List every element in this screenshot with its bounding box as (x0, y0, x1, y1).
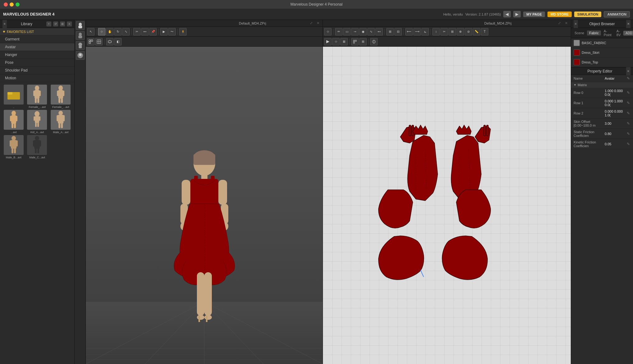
fabric-item-skirt[interactable]: Dress_Skirt (571, 48, 633, 58)
fabric-item-basic[interactable]: BASIC_FABRIC (571, 38, 633, 48)
tool-scale-btn[interactable]: ⤡ (122, 28, 130, 35)
2d-arrange-btn[interactable] (351, 38, 359, 45)
sidebar-item-avatar[interactable]: Avatar (0, 43, 74, 51)
2d-grid-btn[interactable]: ⊞ (359, 38, 367, 45)
2d-tool-pattern-btn[interactable]: ⊘ (465, 28, 472, 35)
list-item[interactable]: Female_...avt (26, 85, 49, 109)
obj-browser-close-btn[interactable]: ✕ (626, 20, 631, 28)
viewport-2d[interactable] (323, 47, 571, 364)
view-mode-btn[interactable] (87, 38, 95, 45)
2d-tool-grading-btn[interactable]: ⊞ (386, 28, 394, 35)
list-item[interactable]: .. (2, 85, 25, 109)
avatar-view-btn-3[interactable] (76, 41, 85, 50)
prop-edit-name-btn[interactable]: ✎ (626, 76, 631, 81)
object-browser-header: ≡ Object Browser ✕ (571, 20, 633, 28)
tool-rotate-btn[interactable]: ↻ (114, 28, 122, 35)
add-fabric-button[interactable]: ADD (623, 31, 633, 35)
nav-next-button[interactable]: ▶ (513, 11, 521, 17)
2d-tool-text-btn[interactable]: T (481, 28, 488, 35)
2d-tool-unfold-btn[interactable]: ⟶ (413, 28, 421, 35)
sidebar-collapse-button[interactable]: ≡ (2, 20, 7, 28)
2d-tool-measure-btn[interactable]: 📏 (473, 28, 480, 35)
simulation-button[interactable]: SIMULATION (574, 12, 602, 17)
2d-tool-segment-btn[interactable]: ⊸ (351, 28, 359, 35)
tab-fabric[interactable]: Fabric (587, 30, 601, 35)
animation-button[interactable]: ANIMATION (604, 11, 630, 17)
tool-avatar-btn[interactable]: 🧍 (179, 28, 187, 35)
grid-btn[interactable] (95, 38, 103, 45)
2d-tool-rect-btn[interactable]: ▭ (343, 28, 351, 35)
prop-edit-skin-offset-btn[interactable]: ✎ (626, 121, 631, 126)
tool-move-btn[interactable]: ✋ (106, 28, 114, 35)
avatar-view-btn-4[interactable] (76, 51, 85, 60)
2d-tool-move-btn[interactable]: ↕ (432, 28, 440, 35)
prop-editor-collapse-btn[interactable]: ≡ (626, 67, 631, 75)
sidebar-item-hanger[interactable]: Hanger (0, 51, 74, 59)
2d-sim-btn[interactable] (324, 38, 332, 45)
viewport-3d-close-btn[interactable]: ✕ (316, 21, 320, 26)
tab-a-point[interactable]: A-Point (602, 29, 614, 37)
tool-select2-btn[interactable]: ⊹ (98, 28, 105, 35)
library-refresh-button[interactable]: ↺ (53, 21, 58, 26)
tool-pin-btn[interactable]: 📌 (149, 28, 157, 35)
avatar-view-btn-2[interactable] (76, 31, 85, 40)
list-item[interactable]: ...avt (2, 110, 25, 134)
2d-tool-curve-btn[interactable]: ∿ (367, 28, 375, 35)
arrange-btn[interactable] (106, 38, 114, 45)
library-grid-button[interactable]: ⊞ (60, 21, 65, 26)
2d-pattern-sim-btn[interactable] (370, 38, 378, 45)
sidebar-item-pose[interactable]: Pose (0, 59, 74, 67)
obj-browser-collapse-btn[interactable]: ≡ (574, 20, 578, 28)
tool-wind-btn[interactable]: 〜 (168, 28, 176, 35)
shading-btn[interactable]: ◧ (114, 38, 122, 45)
viewport-3d-expand-btn[interactable]: ⤢ (309, 21, 313, 26)
2d-tool-grading2-btn[interactable]: ⊟ (394, 28, 402, 35)
2d-tool-seam-btn[interactable]: ⊷ (375, 28, 383, 35)
prop-edit-row1-btn[interactable]: ✎ (626, 101, 631, 105)
prop-edit-static-friction-btn[interactable]: ✎ (626, 132, 631, 136)
list-item[interactable]: Male_B...avt (2, 135, 25, 159)
nav-prev-button[interactable]: ◀ (503, 11, 511, 17)
list-item[interactable]: Kid_A...avt (26, 110, 49, 134)
2d-tool-cut-btn[interactable]: ✂ (440, 28, 448, 35)
tool-seam-btn[interactable]: ⊷ (141, 28, 149, 35)
library-list-button[interactable]: ≡ (67, 21, 72, 26)
close-button[interactable] (4, 2, 8, 7)
list-item[interactable]: Male_C...avt (26, 135, 49, 159)
library-new-button[interactable]: + (46, 21, 51, 26)
fabric-item-top[interactable]: Dress_Top (571, 58, 633, 67)
sidebar-item-motion[interactable]: Motion (0, 74, 74, 82)
tab-a-8v[interactable]: A-8V (614, 29, 623, 37)
viewport-3d[interactable] (86, 47, 323, 364)
2d-tool-point-btn[interactable]: ◉ (359, 28, 367, 35)
2d-tool-fold-btn[interactable]: ⟵ (405, 28, 413, 35)
prop-edit-row2-btn[interactable]: ✎ (626, 111, 631, 115)
prop-label-name: Name (574, 77, 605, 80)
tool-segment-btn[interactable]: ✂ (133, 28, 141, 35)
prop-edit-kinetic-friction-btn[interactable]: ✎ (626, 142, 631, 146)
viewport-2d-expand-btn[interactable]: ⤢ (557, 21, 561, 26)
minimize-button[interactable] (10, 2, 14, 7)
list-item[interactable]: Male_A...avt (49, 110, 72, 134)
tool-sim-btn[interactable]: ▶ (160, 28, 168, 35)
avatar-view-btn-1[interactable] (76, 21, 85, 30)
tool-select-btn[interactable]: ↖ (87, 28, 95, 35)
2d-tool-merge-btn[interactable]: ⊞ (449, 28, 456, 35)
maximize-button[interactable] (16, 2, 20, 7)
2d-tool-transform-btn[interactable]: ⊹ (324, 28, 332, 35)
2d-zoom-btn[interactable]: ⊠ (340, 38, 348, 45)
window-controls[interactable] (4, 2, 20, 7)
prop-edit-row0-btn[interactable]: ✎ (626, 91, 631, 95)
viewport-2d-close-btn[interactable]: ✕ (564, 21, 568, 26)
my-page-button[interactable]: MY PAGE (523, 12, 545, 17)
2d-view-btn[interactable]: ⊹ (332, 38, 340, 45)
tab-scene[interactable]: Scene (572, 30, 586, 35)
list-item[interactable]: Female_...avt (49, 85, 72, 109)
2d-tool-pen-btn[interactable]: ✏ (335, 28, 342, 35)
2d-tool-copy-btn[interactable]: ⊕ (457, 28, 464, 35)
2d-tool-trace-btn[interactable]: ⊾ (421, 28, 429, 35)
prop-matrix-section[interactable]: ▼ Matrix (571, 82, 633, 88)
sidebar-item-shoulder-pad[interactable]: Shoulder Pad (0, 67, 74, 74)
sidebar-item-garment[interactable]: Garment (0, 35, 74, 43)
md-store-button[interactable]: MD STORE (547, 12, 572, 17)
